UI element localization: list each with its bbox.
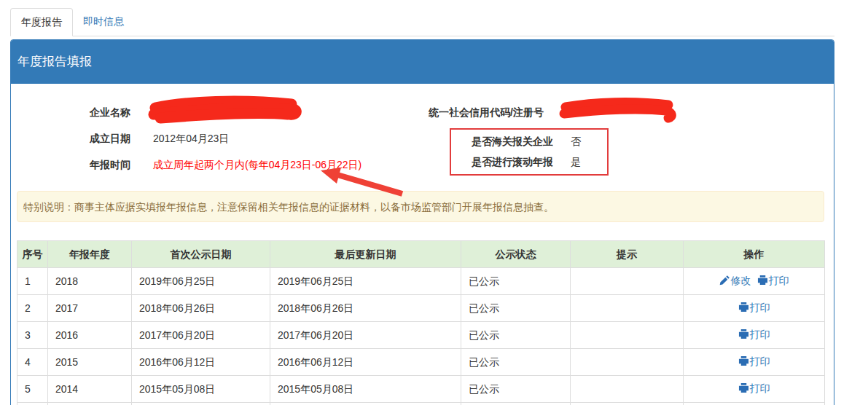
cell-empty [17,403,48,405]
action-label: 打印 [769,274,789,287]
cell-last-update-date: 2016年06月12日 [270,349,461,376]
cell-publish-status: 已公示 [461,349,571,376]
cell-actions: 打印 [684,376,825,403]
report-table-body: 120182019年06月25日2019年06月25日已公示修改打印220172… [17,268,825,405]
header-seq: 序号 [17,241,48,268]
pencil-icon [719,275,730,286]
cell-first-publish-date: 2015年05月08日 [132,376,270,403]
print-link[interactable]: 打印 [738,328,770,341]
tab-bar: 年度报告 即时信息 [10,8,834,36]
header-publish-status: 公示状态 [461,241,571,268]
company-info-section: 企业名称 成立日期 2012年04月23日 年报时间 成立周年起两个月内(每年0… [17,100,828,178]
annotation-red-box: 是否海关报关企业 否 是否进行滚动年报 是 [450,128,609,176]
action-label: 打印 [750,382,770,395]
cell-report-year: 2016 [48,322,132,349]
table-row: 220172018年06月26日2018年06月26日已公示打印 [17,295,825,322]
cell-empty [132,403,270,405]
cell-tip [571,322,684,349]
cell-report-year: 2018 [48,268,132,295]
cell-first-publish-date: 2018年06月26日 [132,295,270,322]
panel-body: 企业名称 成立日期 2012年04月23日 年报时间 成立周年起两个月内(每年0… [11,84,834,405]
action-label: 修改 [731,274,751,287]
print-link[interactable]: 打印 [738,382,770,395]
cell-first-publish-date: 2016年06月12日 [132,349,270,376]
established-date-value: 2012年04月23日 [153,133,229,146]
rolling-report-value: 是 [571,156,581,169]
cell-actions: 修改打印 [684,268,825,295]
report-time-label: 年报时间 [90,159,153,172]
company-name-row: 企业名称 [17,100,828,126]
printer-icon [738,382,749,393]
cell-empty [684,403,825,405]
cell-first-publish-date: 2019年06月25日 [132,268,270,295]
rolling-report-row: 是否进行滚动年报 是 [451,152,607,173]
printer-icon [738,355,749,366]
printer-icon [738,329,749,339]
cell-last-update-date: 2017年06月20日 [270,322,461,349]
established-date-row: 成立日期 2012年04月23日 [17,126,828,152]
cell-seq: 3 [17,322,48,349]
cell-last-update-date: 2019年06月25日 [270,268,461,295]
header-last-update-date: 最后更新日期 [270,241,461,268]
cell-empty [461,403,571,405]
header-tip: 提示 [571,241,684,268]
report-time-row: 年报时间 成立周年起两个月内(每年04月23日-06月22日) [17,152,828,178]
tab-annual-report[interactable]: 年度报告 [10,8,73,36]
cell-tip [571,376,684,403]
print-link[interactable]: 打印 [757,274,789,287]
annual-report-table: 序号 年报年度 首次公示日期 最后更新日期 公示状态 提示 操作 1201820… [17,240,825,405]
table-row: 520142015年05月08日2015年05月08日已公示打印 [17,376,825,403]
customs-label: 是否海关报关企业 [472,135,571,149]
customs-value: 否 [571,135,581,149]
cell-actions: 打印 [684,349,825,376]
action-label: 打印 [750,328,770,341]
credit-code-label: 统一社会信用代码/注册号 [429,106,544,119]
cell-last-update-date: 2015年05月08日 [270,376,461,403]
printer-icon [738,302,749,312]
header-report-year: 年报年度 [48,241,132,268]
annual-report-page: 年度报告 即时信息 年度报告填报 企业名称 成立日期 2012年04月23日 年… [0,0,868,405]
action-label: 打印 [750,355,770,368]
cell-empty [571,403,684,405]
table-row: 120182019年06月25日2019年06月25日已公示修改打印 [17,268,825,295]
cell-report-year: 2014 [48,376,132,403]
cell-actions: 打印 [684,295,825,322]
header-first-publish-date: 首次公示日期 [132,241,270,268]
cell-tip [571,349,684,376]
print-link[interactable]: 打印 [738,355,770,368]
table-row-partial [17,403,825,405]
cell-seq: 1 [17,268,48,295]
special-notice: 特别说明：商事主体应据实填报年报信息，注意保留相关年报信息的证据材料，以备市场监… [17,191,824,222]
cell-publish-status: 已公示 [461,268,571,295]
customs-row: 是否海关报关企业 否 [451,132,607,152]
report-time-value: 成立周年起两个月内(每年04月23日-06月22日) [153,159,361,172]
cell-tip [571,295,684,322]
established-date-label: 成立日期 [90,133,153,146]
print-link[interactable]: 打印 [738,301,770,314]
annual-report-panel: 年度报告填报 企业名称 成立日期 2012年04月23日 年报时间 成立周年起两… [10,39,834,405]
cell-actions: 打印 [684,322,825,349]
cell-seq: 4 [17,349,48,376]
table-row: 320162017年06月20日2017年06月20日已公示打印 [17,322,825,349]
credit-code-row: 统一社会信用代码/注册号 [429,100,544,126]
cell-empty [270,403,461,405]
tab-instant-info[interactable]: 即时信息 [73,8,134,36]
table-row: 420152016年06月12日2016年06月12日已公示打印 [17,349,825,376]
cell-empty [48,403,132,405]
cell-publish-status: 已公示 [461,322,571,349]
cell-first-publish-date: 2017年06月20日 [132,322,270,349]
cell-seq: 2 [17,295,48,322]
header-operation: 操作 [684,241,825,268]
cell-last-update-date: 2018年06月26日 [270,295,461,322]
cell-publish-status: 已公示 [461,295,571,322]
cell-tip [571,268,684,295]
action-label: 打印 [750,301,770,314]
company-name-label: 企业名称 [90,106,153,119]
panel-title: 年度报告填报 [11,40,834,84]
cell-publish-status: 已公示 [461,376,571,403]
edit-link[interactable]: 修改 [719,274,751,287]
printer-icon [757,275,768,286]
cell-report-year: 2017 [48,295,132,322]
cell-report-year: 2015 [48,349,132,376]
cell-seq: 5 [17,376,48,403]
